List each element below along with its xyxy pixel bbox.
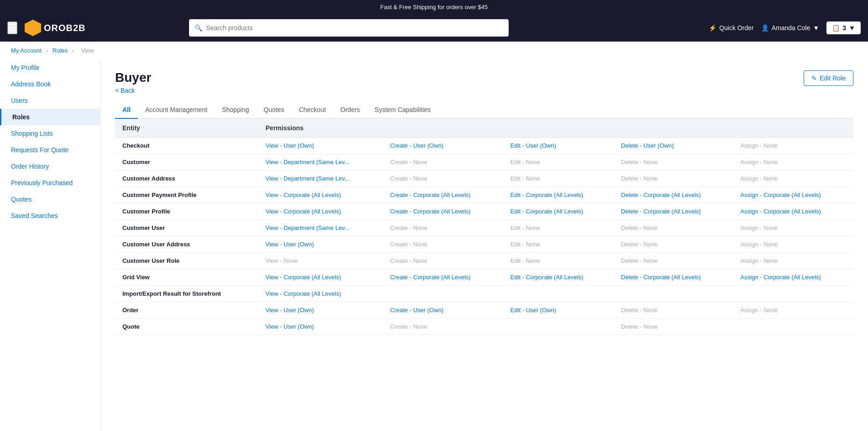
sidebar-item-order-history[interactable]: Order History xyxy=(0,158,100,175)
main-layout: My Profile Address Book Users Roles Shop… xyxy=(0,59,868,431)
sidebar-item-requests-for-quote[interactable]: Requests For Quote xyxy=(0,142,100,158)
tab-system-capabilities[interactable]: System Capabilities xyxy=(367,101,438,119)
perm-link[interactable]: Assign - Corporate (All Levels) xyxy=(741,274,821,281)
user-menu-button[interactable]: 👤 Amanda Cole ▼ xyxy=(761,24,820,32)
sidebar-item-saved-searches[interactable]: Saved Searches xyxy=(0,208,100,224)
perm-cell: Delete - None xyxy=(614,253,733,269)
perm-link[interactable]: Delete - Corporate (All Levels) xyxy=(621,274,701,281)
edit-role-button[interactable]: ✎ Edit Role xyxy=(804,70,853,86)
quick-order-label: Quick Order xyxy=(719,24,753,32)
search-input[interactable] xyxy=(206,24,503,32)
perm-none: Delete - None xyxy=(621,175,658,182)
breadcrumb-roles[interactable]: Roles xyxy=(53,47,68,54)
sidebar-item-label: Saved Searches xyxy=(11,212,58,219)
perm-link[interactable]: Edit - User (Own) xyxy=(510,142,556,149)
sidebar-item-address-book[interactable]: Address Book xyxy=(0,76,100,92)
table-row: Customer User RoleView - NoneCreate - No… xyxy=(115,253,853,269)
logo[interactable]: OROB2B xyxy=(25,20,86,36)
perm-cell: Assign - None xyxy=(733,220,853,236)
entity-name: Customer User xyxy=(115,220,258,236)
tab-account-management[interactable]: Account Management xyxy=(138,101,215,119)
col-entity: Entity xyxy=(115,119,258,138)
perm-link[interactable]: View - Department (Same Lev... xyxy=(266,175,350,182)
perm-cell: Assign - Corporate (All Levels) xyxy=(733,203,853,220)
cart-chevron-icon: ▼ xyxy=(849,24,855,32)
perm-cell: Edit - None xyxy=(503,253,614,269)
perm-link[interactable]: View - User (Own) xyxy=(266,323,314,330)
perm-link[interactable]: Create - Corporate (All Levels) xyxy=(390,208,470,215)
user-icon: 👤 xyxy=(761,24,769,32)
perm-cell: Delete - None xyxy=(614,236,733,253)
perm-cell: Delete - None xyxy=(614,302,733,319)
tab-checkout[interactable]: Checkout xyxy=(291,101,333,119)
perm-cell: Assign - None xyxy=(733,236,853,253)
perm-none: Create - None xyxy=(390,323,427,330)
perm-link[interactable]: Create - User (Own) xyxy=(390,307,443,314)
perm-none: Edit - None xyxy=(510,257,540,264)
perm-link[interactable]: View - Department (Same Lev... xyxy=(266,159,350,165)
cart-button[interactable]: 📋 3 ▼ xyxy=(826,21,861,34)
perm-none: Edit - None xyxy=(510,159,540,165)
perm-link[interactable]: View - User (Own) xyxy=(266,241,314,248)
entity-name: Customer Address xyxy=(115,170,258,187)
perm-none: Create - None xyxy=(390,224,427,231)
sidebar-item-roles[interactable]: Roles xyxy=(0,109,100,125)
perm-link[interactable]: Create - Corporate (All Levels) xyxy=(390,192,470,198)
perm-link[interactable]: View - Corporate (All Levels) xyxy=(266,208,341,215)
perm-cell: View - Department (Same Lev... xyxy=(258,154,383,170)
tab-quotes[interactable]: Quotes xyxy=(256,101,291,119)
perm-link[interactable]: Assign - Corporate (All Levels) xyxy=(741,192,821,198)
sidebar-item-shopping-lists[interactable]: Shopping Lists xyxy=(0,125,100,142)
perm-cell: Create - None xyxy=(383,154,503,170)
perm-cell xyxy=(383,286,503,302)
perm-cell: Create - Corporate (All Levels) xyxy=(383,269,503,286)
perm-cell: Edit - None xyxy=(503,154,614,170)
perm-cell: Create - User (Own) xyxy=(383,302,503,319)
sidebar-item-quotes[interactable]: Quotes xyxy=(0,191,100,208)
tab-shopping[interactable]: Shopping xyxy=(215,101,256,119)
logo-text: OROB2B xyxy=(44,23,86,33)
perm-cell xyxy=(733,319,853,335)
sidebar-item-label: Requests For Quote xyxy=(11,146,68,154)
entity-name: Import/Export Result for Storefront xyxy=(115,286,258,302)
perm-cell: Assign - Corporate (All Levels) xyxy=(733,269,853,286)
perm-cell: Delete - None xyxy=(614,170,733,187)
perm-link[interactable]: View - Department (Same Lev... xyxy=(266,224,350,231)
perm-link[interactable]: Create - Corporate (All Levels) xyxy=(390,274,470,281)
perm-cell: View - User (Own) xyxy=(258,302,383,319)
perm-link[interactable]: View - User (Own) xyxy=(266,307,314,314)
breadcrumb-my-account[interactable]: My Account xyxy=(11,47,42,54)
menu-icon-button[interactable]: ☰ xyxy=(7,21,17,34)
perm-link[interactable]: Edit - User (Own) xyxy=(510,307,556,314)
table-row: Customer ProfileView - Corporate (All Le… xyxy=(115,203,853,220)
sidebar-item-my-profile[interactable]: My Profile xyxy=(0,59,100,76)
perm-link[interactable]: Edit - Corporate (All Levels) xyxy=(510,274,584,281)
perm-link[interactable]: View - Corporate (All Levels) xyxy=(266,192,341,198)
perm-link[interactable]: Edit - Corporate (All Levels) xyxy=(510,192,584,198)
back-link[interactable]: < Back xyxy=(115,87,151,94)
sidebar-item-users[interactable]: Users xyxy=(0,92,100,109)
perm-link[interactable]: View - Corporate (All Levels) xyxy=(266,290,341,297)
perm-cell: View - Corporate (All Levels) xyxy=(258,187,383,203)
table-row: QuoteView - User (Own)Create - NoneDelet… xyxy=(115,319,853,335)
perm-none: Create - None xyxy=(390,159,427,165)
perm-link[interactable]: Delete - Corporate (All Levels) xyxy=(621,192,701,198)
perm-none: Delete - None xyxy=(621,257,658,264)
tab-orders[interactable]: Orders xyxy=(333,101,368,119)
perm-link[interactable]: View - User (Own) xyxy=(266,142,314,149)
perm-link[interactable]: Delete - Corporate (All Levels) xyxy=(621,208,701,215)
perm-link[interactable]: Create - User (Own) xyxy=(390,142,443,149)
tab-all[interactable]: All xyxy=(115,101,138,119)
perm-link[interactable]: Edit - Corporate (All Levels) xyxy=(510,208,584,215)
permissions-table: Entity Permissions CheckoutView - User (… xyxy=(115,119,853,335)
perm-link[interactable]: Assign - Corporate (All Levels) xyxy=(741,208,821,215)
perm-none: Delete - None xyxy=(621,159,658,165)
sidebar-item-label: My Profile xyxy=(11,64,39,71)
perm-link[interactable]: Delete - User (Own) xyxy=(621,142,674,149)
quick-order-button[interactable]: ⚡ Quick Order xyxy=(709,24,753,32)
perm-link[interactable]: View - Corporate (All Levels) xyxy=(266,274,341,281)
sidebar-item-previously-purchased[interactable]: Previously Purchased xyxy=(0,175,100,191)
perm-cell: Create - Corporate (All Levels) xyxy=(383,203,503,220)
search-bar: 🔍 xyxy=(189,19,509,37)
table-row: Customer Payment ProfileView - Corporate… xyxy=(115,187,853,203)
